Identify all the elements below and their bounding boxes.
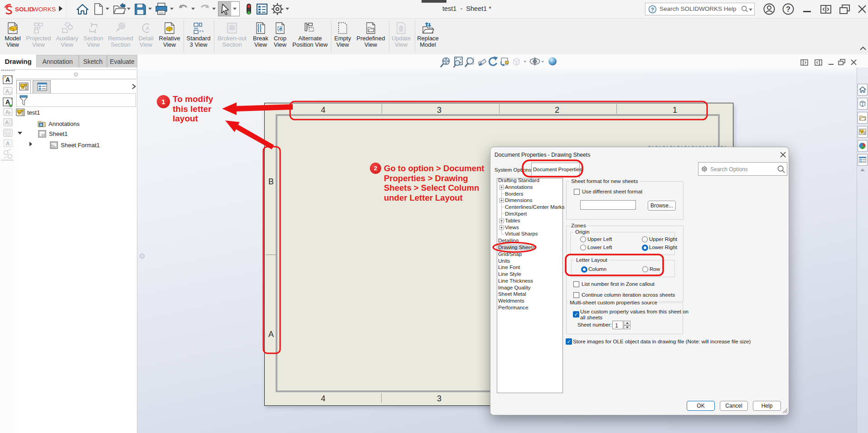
- svg-text:WORKS: WORKS: [33, 6, 56, 13]
- svg-text:SOLID: SOLID: [15, 6, 34, 13]
- svg-text:A: A: [145, 25, 150, 32]
- svg-text:°: °: [11, 98, 12, 102]
- svg-text:A: A: [5, 76, 10, 83]
- svg-text:?: ?: [651, 7, 654, 12]
- svg-text:?: ?: [786, 5, 790, 13]
- svg-text:A: A: [5, 109, 10, 115]
- svg-text:A: A: [6, 140, 10, 147]
- svg-text:A: A: [5, 88, 10, 95]
- svg-text:A: A: [40, 123, 43, 127]
- svg-text:A: A: [5, 120, 9, 126]
- svg-text:°: °: [11, 76, 12, 80]
